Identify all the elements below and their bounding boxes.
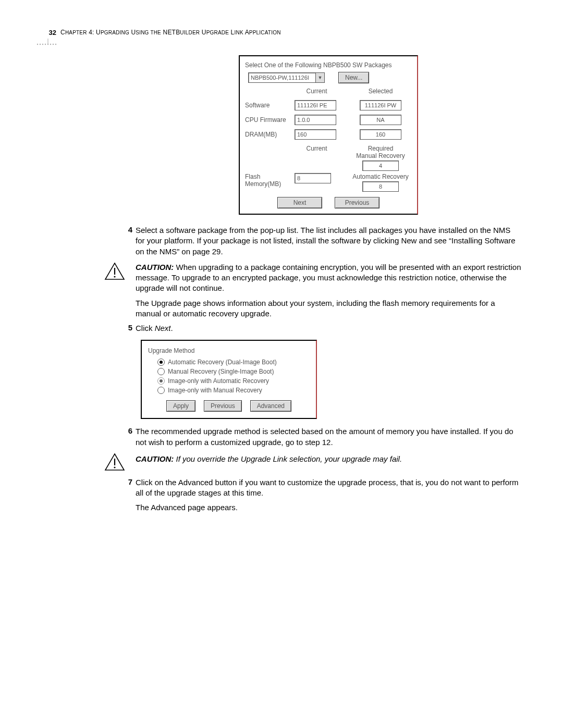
caution-text: When upgrading to a package containing e… [136, 263, 521, 293]
auto-recovery-head: Automatic Recovery [349, 173, 412, 180]
previous-button[interactable]: Previous [335, 197, 380, 208]
advanced-button[interactable]: Advanced [250, 400, 291, 412]
step-6: 6 The recommended upgrade method is sele… [136, 426, 521, 448]
svg-point-3 [42, 44, 43, 45]
dram-selected: 160 [360, 129, 401, 140]
manual-val: 4 [362, 161, 399, 171]
svg-point-8 [55, 44, 56, 45]
chapter-title: CHAPTER 4: UPGRADING USING THE NETBUILDE… [60, 29, 281, 36]
step-7-text: Click on the Advanced button if you want… [136, 477, 521, 499]
radio-icon [157, 359, 165, 366]
software-label: Software [245, 102, 295, 109]
manual-recovery-head: Manual Recovery [349, 152, 412, 159]
flash-current: 8 [295, 173, 331, 183]
step-5-number: 5 [120, 323, 136, 334]
cpu-current: 1.0.0 [295, 115, 336, 125]
auto-val: 8 [362, 181, 399, 192]
opt-image-auto[interactable]: Image-only with Automatic Recovery [157, 377, 310, 385]
caution-encryption: CAUTION: When upgrading to a package con… [136, 262, 521, 294]
package-dropdown[interactable]: NBPB500-PW,111126I ▼ [248, 72, 325, 83]
page-header: 32 CHAPTER 4: UPGRADING USING THE NETBUI… [36, 29, 527, 36]
step-6-text: The recommended upgrade method is select… [136, 426, 521, 448]
svg-point-6 [50, 44, 51, 45]
cpu-selected: NA [360, 115, 401, 125]
svg-point-14 [114, 466, 115, 468]
chevron-down-icon[interactable]: ▼ [316, 72, 325, 83]
caution-label: CAUTION: [136, 263, 174, 272]
step-7-number: 7 [120, 477, 136, 499]
dialog-prompt: Select One of the Following NBPB500 SW P… [245, 61, 412, 69]
svg-point-5 [47, 44, 48, 45]
package-dropdown-value: NBPB500-PW,111126I [248, 72, 316, 83]
svg-point-4 [45, 44, 46, 45]
dram-current: 160 [295, 129, 336, 140]
opt4-label: Image-only with Manual Recovery [168, 387, 262, 394]
col-current-head: Current [295, 88, 339, 95]
step-5-action: Next [155, 324, 171, 332]
header-dot-ornament [34, 39, 527, 45]
warning-icon [104, 262, 128, 294]
cpu-label: CPU Firmware [245, 116, 295, 124]
svg-point-11 [114, 276, 115, 277]
previous-button-2[interactable]: Previous [204, 400, 242, 412]
opt3-label: Image-only with Automatic Recovery [168, 377, 269, 385]
upgrade-method-title: Upgrade Method [148, 347, 310, 354]
caution2-text: If you override the Upgrade Link selecti… [176, 454, 402, 463]
opt-manual-recovery[interactable]: Manual Recovery (Single-Image Boot) [157, 368, 310, 375]
next-button[interactable]: Next [277, 197, 322, 208]
flash-current-head: Current [295, 145, 339, 152]
radio-icon [157, 387, 165, 394]
opt-image-manual[interactable]: Image-only with Manual Recovery [157, 387, 310, 394]
new-button[interactable]: New... [338, 72, 369, 83]
package-select-dialog: Select One of the Following NBPB500 SW P… [239, 55, 418, 215]
step-4: 4 Select a software package from the pop… [136, 225, 521, 257]
software-selected: 111126I PW [360, 100, 401, 110]
apply-button[interactable]: Apply [166, 400, 195, 412]
step-5-suffix: . [171, 324, 173, 332]
upgrade-method-dialog: Upgrade Method Automatic Recovery (Dual-… [141, 340, 317, 419]
advanced-appears: The Advanced page appears. [136, 502, 521, 513]
step-5-prefix: Click [136, 324, 155, 332]
caution-override: CAUTION: If you override the Upgrade Lin… [136, 453, 521, 473]
svg-point-1 [37, 44, 38, 45]
step-7: 7 Click on the Advanced button if you wa… [136, 477, 521, 499]
caution2-label: CAUTION: [136, 454, 174, 463]
page-number: 32 [36, 29, 60, 36]
radio-icon [157, 368, 165, 375]
opt1-label: Automatic Recovery (Dual-Image Boot) [168, 359, 277, 366]
radio-icon [157, 377, 165, 385]
required-head: Required [349, 145, 412, 152]
dram-label: DRAM(MB) [245, 131, 295, 138]
software-current: 111126I PE [295, 100, 336, 110]
svg-point-2 [40, 44, 41, 45]
svg-point-7 [53, 44, 54, 45]
step-5: 5 Click Next. [136, 323, 521, 334]
col-selected-head: Selected [349, 88, 412, 95]
upgrade-desc: The Upgrade page shows information about… [136, 298, 521, 319]
step-4-number: 4 [120, 225, 136, 257]
flash-label: Flash Memory(MB) [245, 173, 295, 188]
warning-icon [104, 453, 128, 473]
step-6-number: 6 [120, 426, 136, 448]
step-4-text: Select a software package from the pop-u… [136, 225, 521, 257]
opt-auto-recovery[interactable]: Automatic Recovery (Dual-Image Boot) [157, 359, 310, 366]
opt2-label: Manual Recovery (Single-Image Boot) [168, 368, 274, 375]
